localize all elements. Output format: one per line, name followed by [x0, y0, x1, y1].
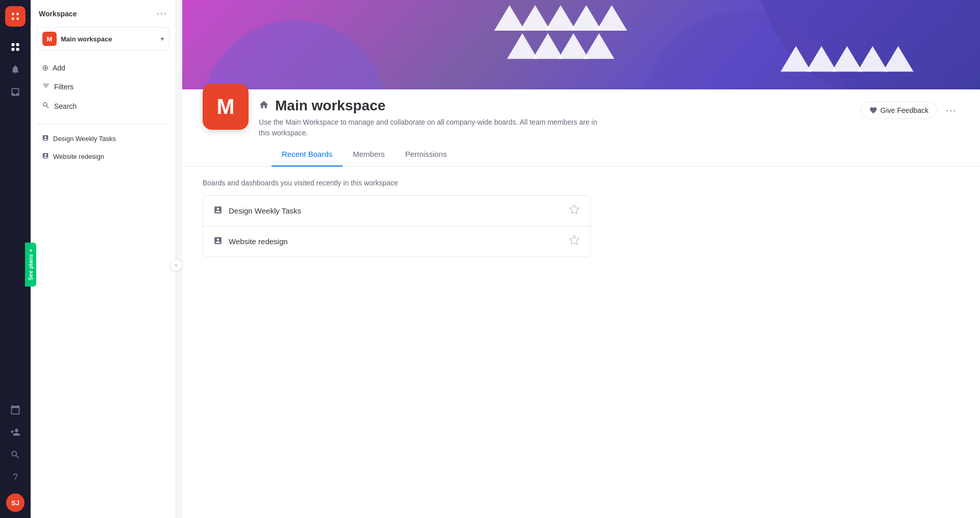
see-plans-label: See plans	[28, 254, 34, 280]
svg-marker-18	[558, 33, 589, 59]
tab-recent-boards[interactable]: Recent Boards	[272, 143, 342, 167]
sidebar-board-website-label: Website redesign	[53, 153, 104, 160]
sidebar-board-website[interactable]: Website redesign	[37, 148, 169, 165]
nav-item-bell[interactable]	[5, 59, 26, 80]
chevron-down-icon: ▾	[161, 35, 164, 42]
search-sidebar-icon	[42, 101, 50, 111]
board-list-item-website[interactable]: Website redesign	[203, 226, 590, 256]
boards-subtitle: Boards and dashboards you visited recent…	[203, 179, 960, 187]
board-website-name: Website redesign	[229, 237, 562, 246]
tabs-bar: Recent Boards Members Permissions	[182, 143, 980, 167]
sidebar-title: Workspace	[39, 10, 77, 18]
svg-rect-4	[12, 43, 15, 46]
boards-section: Boards and dashboards you visited recent…	[182, 167, 980, 518]
bell-icon	[10, 64, 20, 75]
svg-marker-16	[507, 33, 537, 59]
filters-label: Filters	[54, 83, 74, 91]
svg-marker-14	[571, 5, 601, 31]
star-icon-design[interactable]	[569, 204, 580, 218]
svg-marker-15	[597, 5, 627, 31]
search-label: Search	[54, 102, 77, 110]
board-icon	[42, 134, 49, 143]
tab-members[interactable]: Members	[342, 143, 395, 167]
workspace-title-row: Main workspace	[259, 98, 850, 114]
svg-marker-19	[584, 33, 615, 59]
tab-members-label: Members	[353, 150, 385, 158]
board-list: Design Weekly Tasks Website redesign	[203, 195, 591, 257]
workspace-title: Main workspace	[275, 98, 385, 114]
sidebar-boards: Design Weekly Tasks Website redesign	[31, 128, 176, 167]
sidebar-collapse-button[interactable]: ‹	[170, 259, 182, 271]
calendar-icon	[10, 405, 20, 415]
add-label: Add	[53, 64, 65, 72]
add-circle-icon: ⊕	[42, 63, 48, 73]
give-feedback-button[interactable]: Give Feedback	[861, 102, 937, 119]
nav-item-inbox[interactable]	[5, 82, 26, 102]
tab-permissions-label: Permissions	[405, 150, 447, 158]
svg-rect-5	[16, 43, 19, 46]
search-action-button[interactable]: Search	[37, 97, 169, 115]
workspace-banner	[182, 0, 980, 89]
search-icon	[10, 450, 20, 460]
svg-point-8	[203, 20, 387, 89]
board-list-icon-design	[213, 205, 223, 217]
sidebar-board-design-label: Design Weekly Tasks	[53, 135, 116, 143]
workspace-more-button[interactable]: ···	[943, 102, 960, 119]
sidebar: Workspace ··· M Main workspace ▾ ⊕ Add F…	[31, 0, 176, 518]
sidebar-more-button[interactable]: ···	[157, 8, 167, 19]
filters-icon	[42, 82, 50, 92]
svg-marker-13	[545, 5, 576, 31]
sidebar-divider	[37, 124, 169, 124]
svg-marker-12	[520, 5, 550, 31]
workspace-header: M Main workspace Use the Main Workspace …	[182, 89, 980, 143]
workspace-big-icon: M	[203, 84, 249, 130]
main-content: M Main workspace Use the Main Workspace …	[182, 0, 980, 518]
star-icon-website[interactable]	[569, 234, 580, 248]
svg-rect-1	[12, 18, 14, 20]
see-plans-plus-icon: +	[28, 249, 34, 252]
nav-item-help[interactable]: ?	[5, 467, 26, 487]
user-avatar[interactable]: SJ	[6, 493, 24, 512]
workspace-selector-name: Main workspace	[61, 35, 157, 43]
app-logo[interactable]	[5, 6, 26, 27]
svg-rect-3	[17, 18, 19, 20]
heart-icon	[869, 106, 877, 114]
board-list-icon-website	[213, 236, 223, 247]
svg-rect-2	[17, 13, 19, 15]
chevron-left-icon: ‹	[175, 262, 177, 269]
nav-item-add-user[interactable]	[5, 422, 26, 442]
home-icon	[259, 100, 269, 112]
sidebar-actions: ⊕ Add Filters Search	[31, 55, 176, 120]
board-list-item-design[interactable]: Design Weekly Tasks	[203, 196, 590, 226]
grid-icon	[10, 42, 20, 52]
inbox-icon	[10, 87, 20, 97]
nav-item-search[interactable]	[5, 444, 26, 465]
help-icon: ?	[13, 472, 18, 483]
svg-marker-17	[532, 33, 563, 59]
filters-action-button[interactable]: Filters	[37, 78, 169, 96]
give-feedback-label: Give Feedback	[880, 106, 928, 114]
svg-marker-26	[570, 236, 579, 244]
board-design-name: Design Weekly Tasks	[229, 206, 562, 215]
sidebar-board-design[interactable]: Design Weekly Tasks	[37, 130, 169, 147]
see-plans-tab[interactable]: See plans +	[25, 243, 36, 287]
svg-rect-0	[12, 13, 14, 15]
workspace-info: Main workspace Use the Main Workspace to…	[259, 98, 850, 138]
board-icon-2	[42, 152, 49, 161]
tab-recent-boards-label: Recent Boards	[282, 150, 332, 158]
logo-icon	[10, 11, 21, 22]
banner-decoration	[182, 0, 980, 89]
workspace-actions: Give Feedback ···	[861, 102, 960, 119]
add-user-icon	[10, 427, 20, 437]
workspace-selector-icon: M	[42, 32, 57, 46]
svg-marker-11	[494, 5, 525, 31]
tab-permissions[interactable]: Permissions	[395, 143, 457, 167]
nav-item-calendar[interactable]	[5, 399, 26, 420]
add-action-button[interactable]: ⊕ Add	[37, 59, 169, 77]
svg-rect-7	[16, 48, 19, 51]
workspace-selector[interactable]: M Main workspace ▾	[37, 27, 169, 51]
svg-marker-25	[570, 205, 579, 214]
workspace-identity: M Main workspace Use the Main Workspace …	[203, 89, 960, 143]
sidebar-header: Workspace ···	[31, 0, 176, 23]
nav-item-grid[interactable]	[5, 37, 26, 57]
